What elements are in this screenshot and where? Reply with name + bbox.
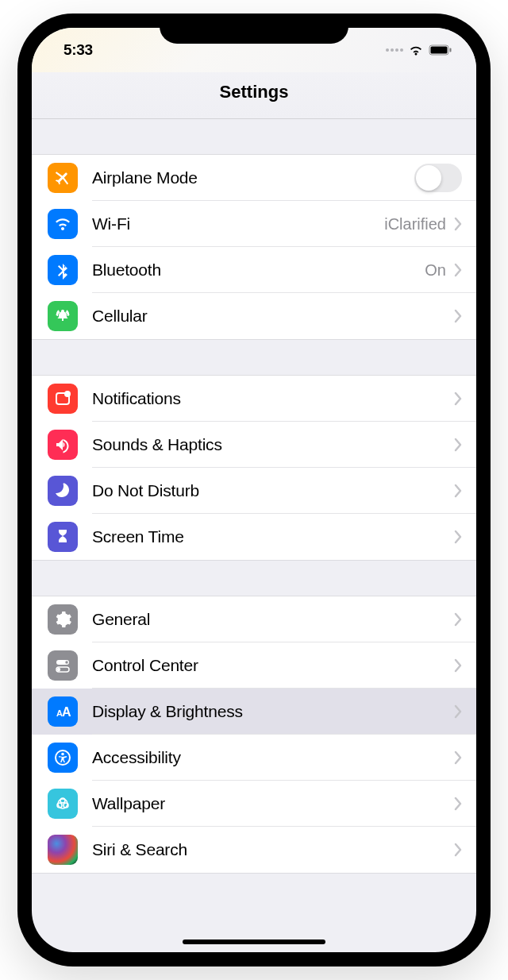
row-accessibility[interactable]: Accessibility [32, 735, 476, 781]
screen: 5:33 Settings Airplane ModeWi-FiiClarifi… [32, 28, 476, 952]
row-screentime[interactable]: Screen Time [32, 514, 476, 560]
row-detail: iClarified [384, 215, 454, 233]
row-display[interactable]: Display & Brightness [32, 689, 476, 735]
group-spacer [32, 119, 476, 154]
chevron-right-icon [454, 612, 476, 627]
chevron-right-icon [454, 704, 476, 719]
battery-status-icon [429, 44, 452, 56]
notch [160, 14, 348, 44]
row-label: General [78, 610, 454, 629]
row-label: Sounds & Haptics [78, 435, 454, 454]
page-title: Settings [32, 82, 476, 102]
settings-content[interactable]: Airplane ModeWi-FiiClarifiedBluetoothOnC… [32, 119, 476, 947]
gear-icon [48, 604, 78, 635]
row-label: Control Center [78, 656, 454, 675]
wifi-icon [48, 209, 78, 239]
chevron-right-icon [454, 530, 476, 544]
cellular-icon [48, 301, 78, 331]
chevron-right-icon [454, 438, 476, 452]
row-label: Do Not Disturb [78, 481, 454, 500]
row-general[interactable]: General [32, 596, 476, 642]
row-siri[interactable]: Siri & Search [32, 827, 476, 873]
chevron-right-icon [454, 309, 476, 323]
device-frame: 5:33 Settings Airplane ModeWi-FiiClarifi… [17, 14, 491, 966]
row-cellular[interactable]: Cellular [32, 293, 476, 339]
moon-icon [48, 476, 78, 506]
bluetooth-icon [48, 255, 78, 285]
chevron-right-icon [454, 797, 476, 811]
status-icons [386, 44, 452, 56]
sounds-icon [48, 430, 78, 460]
notifications-icon [48, 384, 78, 414]
chevron-right-icon [454, 392, 476, 406]
row-label: Screen Time [78, 527, 454, 546]
settings-group: NotificationsSounds & HapticsDo Not Dist… [32, 375, 476, 561]
row-label: Wallpaper [78, 794, 454, 813]
svg-rect-2 [450, 48, 452, 52]
group-spacer [32, 561, 476, 596]
row-label: Bluetooth [78, 260, 425, 280]
row-bluetooth[interactable]: BluetoothOn [32, 247, 476, 293]
status-time: 5:33 [64, 41, 93, 59]
row-airplane[interactable]: Airplane Mode [32, 155, 476, 201]
row-notifications[interactable]: Notifications [32, 376, 476, 422]
chevron-right-icon [454, 263, 476, 277]
chevron-right-icon [454, 843, 476, 857]
svg-rect-1 [431, 47, 448, 54]
hourglass-icon [48, 522, 78, 552]
row-label: Wi-Fi [78, 214, 384, 233]
textsize-icon [48, 696, 78, 727]
wallpaper-icon [48, 789, 78, 819]
chevron-right-icon [454, 750, 476, 765]
row-label: Cellular [78, 307, 454, 326]
wifi-status-icon [408, 44, 424, 56]
row-label: Accessibility [78, 748, 454, 767]
accessibility-icon [48, 743, 78, 773]
airplane-toggle[interactable] [414, 164, 462, 192]
row-sounds[interactable]: Sounds & Haptics [32, 422, 476, 468]
row-label: Siri & Search [78, 840, 454, 859]
cellular-dots-icon [386, 48, 403, 52]
row-control-center[interactable]: Control Center [32, 642, 476, 689]
home-indicator[interactable] [183, 939, 325, 944]
toggles-icon [48, 650, 78, 681]
settings-group: GeneralControl CenterDisplay & Brightnes… [32, 596, 476, 874]
row-wifi[interactable]: Wi-FiiClarified [32, 201, 476, 247]
page-header: Settings [32, 72, 476, 119]
chevron-right-icon [454, 217, 476, 231]
airplane-icon [48, 163, 78, 193]
row-label: Airplane Mode [78, 168, 414, 187]
row-detail: On [425, 261, 454, 280]
row-dnd[interactable]: Do Not Disturb [32, 468, 476, 514]
settings-group: Airplane ModeWi-FiiClarifiedBluetoothOnC… [32, 154, 476, 340]
chevron-right-icon [454, 484, 476, 498]
row-wallpaper[interactable]: Wallpaper [32, 781, 476, 827]
row-label: Display & Brightness [78, 702, 454, 721]
group-spacer [32, 340, 476, 375]
row-label: Notifications [78, 389, 454, 408]
chevron-right-icon [454, 658, 476, 673]
siri-icon [48, 835, 78, 865]
